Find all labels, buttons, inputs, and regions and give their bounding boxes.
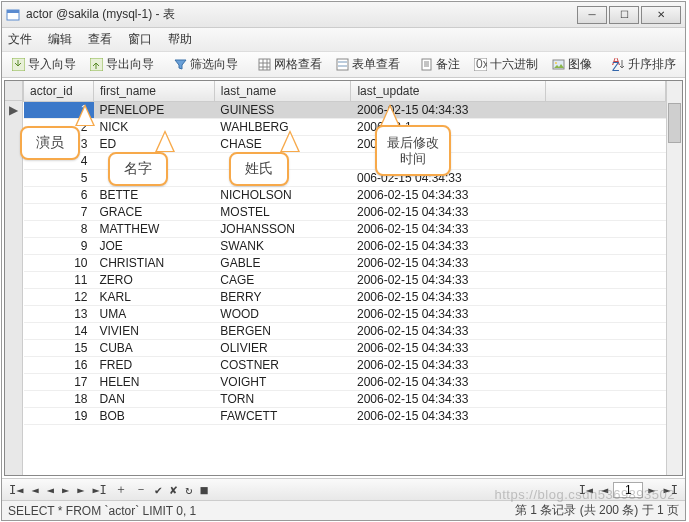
cell-first-name[interactable]: NICK <box>94 118 215 135</box>
cell-first-name[interactable]: PENELOPE <box>94 101 215 118</box>
table-row[interactable]: 16FREDCOSTNER2006-02-15 04:34:33 <box>24 356 666 373</box>
table-row[interactable]: 18DANTORN2006-02-15 04:34:33 <box>24 390 666 407</box>
cell-last-update[interactable]: 2006-02-15 04:34:33 <box>351 339 546 356</box>
cell-last-name[interactable]: GUINESS <box>214 101 351 118</box>
table-row[interactable]: 10CHRISTIANGABLE2006-02-15 04:34:33 <box>24 254 666 271</box>
table-row[interactable]: 19BOBFAWCETT2006-02-15 04:34:33 <box>24 407 666 424</box>
col-first-name[interactable]: first_name <box>94 81 215 101</box>
cell-last-update[interactable]: 2006-02-15 04:34:33 <box>351 356 546 373</box>
table-row[interactable]: 1PENELOPEGUINESS2006-02-15 04:34:33 <box>24 101 666 118</box>
cell-first-name[interactable]: UMA <box>94 305 215 322</box>
hex-button[interactable]: 0x十六进制 <box>468 54 544 75</box>
cell-last-name[interactable]: CAGE <box>214 271 351 288</box>
cell-last-update[interactable]: 2006-02-15 04:34:33 <box>351 237 546 254</box>
cell-last-update[interactable]: 2006-02-15 04:34:33 <box>351 407 546 424</box>
nav-first[interactable]: I◄ <box>6 483 26 497</box>
col-last-update[interactable]: last_update <box>351 81 546 101</box>
cell-actor-id[interactable]: 7 <box>24 203 94 220</box>
cell-first-name[interactable]: JOE <box>94 237 215 254</box>
cell-first-name[interactable]: CUBA <box>94 339 215 356</box>
col-actor-id[interactable]: actor_id <box>24 81 94 101</box>
cell-last-name[interactable]: NICHOLSON <box>214 186 351 203</box>
cell-actor-id[interactable]: 9 <box>24 237 94 254</box>
cell-actor-id[interactable]: 8 <box>24 220 94 237</box>
table-row[interactable]: 6BETTENICHOLSON2006-02-15 04:34:33 <box>24 186 666 203</box>
cell-last-name[interactable]: BERGEN <box>214 322 351 339</box>
cell-last-name[interactable]: MOSTEL <box>214 203 351 220</box>
cell-actor-id[interactable]: 5 <box>24 169 94 186</box>
cell-last-name[interactable]: COSTNER <box>214 356 351 373</box>
cell-last-update[interactable]: 2006-02-15 04:34:33 <box>351 186 546 203</box>
cell-last-name[interactable]: WOOD <box>214 305 351 322</box>
menu-help[interactable]: 帮助 <box>168 31 192 48</box>
table-row[interactable]: 2NICKWAHLBERG2006-02-1 <box>24 118 666 135</box>
table-row[interactable]: 8MATTHEWJOHANSSON2006-02-15 04:34:33 <box>24 220 666 237</box>
nav-next-page[interactable]: ► <box>74 483 87 497</box>
cell-first-name[interactable]: CHRISTIAN <box>94 254 215 271</box>
memo-button[interactable]: 备注 <box>414 54 466 75</box>
cell-last-update[interactable]: 2006-02-15 04:34:33 <box>351 271 546 288</box>
cell-last-name[interactable]: OLIVIER <box>214 339 351 356</box>
sort-asc-button[interactable]: AZ升序排序 <box>606 54 682 75</box>
grid-view-button[interactable]: 网格查看 <box>252 54 328 75</box>
menu-window[interactable]: 窗口 <box>128 31 152 48</box>
table-row[interactable]: 3EDCHASE2006-02- <box>24 135 666 152</box>
cell-actor-id[interactable]: 18 <box>24 390 94 407</box>
cell-last-name[interactable]: SWANK <box>214 237 351 254</box>
table-row[interactable]: 14VIVIENBERGEN2006-02-15 04:34:33 <box>24 322 666 339</box>
nav-delete[interactable]: － <box>132 481 150 498</box>
cell-actor-id[interactable]: 13 <box>24 305 94 322</box>
maximize-button[interactable]: ☐ <box>609 6 639 24</box>
minimize-button[interactable]: ─ <box>577 6 607 24</box>
table-row[interactable]: 11ZEROCAGE2006-02-15 04:34:33 <box>24 271 666 288</box>
cell-actor-id[interactable]: 6 <box>24 186 94 203</box>
col-last-name[interactable]: last_name <box>214 81 351 101</box>
nav-add[interactable]: ＋ <box>112 481 130 498</box>
table-row[interactable]: 7GRACEMOSTEL2006-02-15 04:34:33 <box>24 203 666 220</box>
cell-last-update[interactable]: 2006-02-15 04:34:33 <box>351 390 546 407</box>
cell-first-name[interactable]: ED <box>94 135 215 152</box>
nav-stop[interactable]: ■ <box>198 483 211 497</box>
table-row[interactable]: 15CUBAOLIVIER2006-02-15 04:34:33 <box>24 339 666 356</box>
cell-last-name[interactable]: JOHANSSON <box>214 220 351 237</box>
menu-file[interactable]: 文件 <box>8 31 32 48</box>
cell-first-name[interactable]: VIVIEN <box>94 322 215 339</box>
titlebar[interactable]: actor @sakila (mysql-1) - 表 ─ ☐ ✕ <box>2 2 685 28</box>
cell-last-name[interactable]: VOIGHT <box>214 373 351 390</box>
cell-first-name[interactable]: ZERO <box>94 271 215 288</box>
cell-actor-id[interactable]: 14 <box>24 322 94 339</box>
cell-first-name[interactable]: DAN <box>94 390 215 407</box>
cell-last-update[interactable]: 2006-02-15 04:34:33 <box>351 373 546 390</box>
export-wizard-button[interactable]: 导出向导 <box>84 54 160 75</box>
cell-first-name[interactable]: BOB <box>94 407 215 424</box>
table-row[interactable]: 9JOESWANK2006-02-15 04:34:33 <box>24 237 666 254</box>
nav-prev[interactable]: ◄ <box>44 483 57 497</box>
cell-first-name[interactable]: BETTE <box>94 186 215 203</box>
cell-last-update[interactable]: 2006-02-15 04:34:33 <box>351 288 546 305</box>
import-wizard-button[interactable]: 导入向导 <box>6 54 82 75</box>
cell-last-name[interactable]: FAWCETT <box>214 407 351 424</box>
image-button[interactable]: 图像 <box>546 54 598 75</box>
nav-refresh[interactable]: ↻ <box>182 483 195 497</box>
cell-actor-id[interactable]: 12 <box>24 288 94 305</box>
nav-cancel[interactable]: ✘ <box>167 483 180 497</box>
cell-actor-id[interactable]: 10 <box>24 254 94 271</box>
nav-prev-page[interactable]: ◄ <box>28 483 41 497</box>
cell-first-name[interactable]: MATTHEW <box>94 220 215 237</box>
cell-last-update[interactable]: 2006-02-15 04:34:33 <box>351 203 546 220</box>
cell-last-name[interactable]: BERRY <box>214 288 351 305</box>
cell-first-name[interactable]: GRACE <box>94 203 215 220</box>
cell-last-update[interactable]: 2006-02-15 04:34:33 <box>351 220 546 237</box>
form-view-button[interactable]: 表单查看 <box>330 54 406 75</box>
cell-last-update[interactable]: 2006-02-15 04:34:33 <box>351 322 546 339</box>
cell-actor-id[interactable]: 11 <box>24 271 94 288</box>
cell-actor-id[interactable]: 16 <box>24 356 94 373</box>
nav-next[interactable]: ► <box>59 483 72 497</box>
cell-last-update[interactable]: 2006-02-15 04:34:33 <box>351 254 546 271</box>
cell-last-update[interactable]: 2006-02-15 04:34:33 <box>351 305 546 322</box>
table-row[interactable]: 13UMAWOOD2006-02-15 04:34:33 <box>24 305 666 322</box>
cell-actor-id[interactable]: 17 <box>24 373 94 390</box>
menu-view[interactable]: 查看 <box>88 31 112 48</box>
cell-last-name[interactable]: GABLE <box>214 254 351 271</box>
cell-actor-id[interactable]: 19 <box>24 407 94 424</box>
